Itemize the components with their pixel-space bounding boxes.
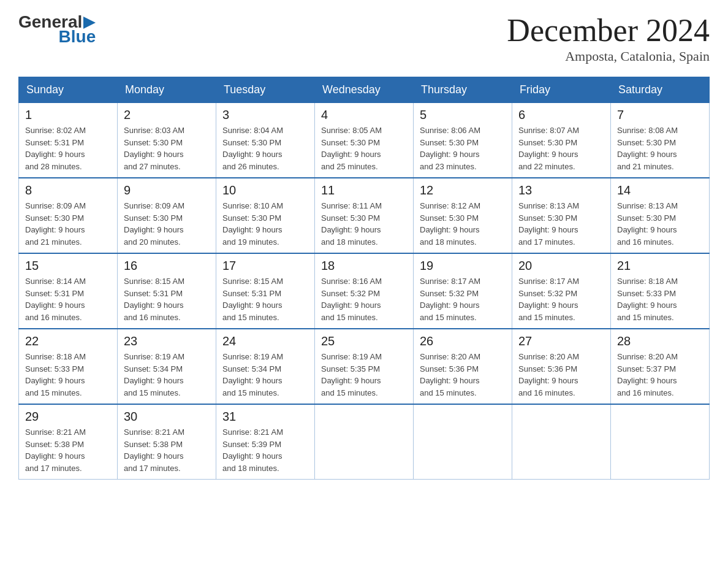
day-info: Sunrise: 8:21 AMSunset: 5:39 PMDaylight:…: [222, 426, 308, 474]
day-info: Sunrise: 8:08 AMSunset: 5:30 PMDaylight:…: [617, 124, 703, 172]
day-number: 6: [518, 108, 604, 122]
day-info: Sunrise: 8:04 AMSunset: 5:30 PMDaylight:…: [222, 124, 308, 172]
day-info: Sunrise: 8:21 AMSunset: 5:38 PMDaylight:…: [124, 426, 210, 474]
table-row: 19Sunrise: 8:17 AMSunset: 5:32 PMDayligh…: [414, 253, 512, 329]
title-area: December 2024 Amposta, Catalonia, Spain: [507, 12, 710, 64]
day-number: 26: [420, 334, 506, 348]
day-number: 11: [321, 183, 407, 197]
day-number: 19: [420, 259, 506, 273]
col-saturday: Saturday: [611, 77, 710, 103]
day-number: 14: [617, 183, 703, 197]
table-row: 1Sunrise: 8:02 AMSunset: 5:31 PMDaylight…: [19, 103, 118, 178]
table-row: [512, 404, 611, 480]
day-info: Sunrise: 8:20 AMSunset: 5:36 PMDaylight:…: [420, 351, 506, 399]
table-row: 15Sunrise: 8:14 AMSunset: 5:31 PMDayligh…: [19, 253, 118, 329]
col-monday: Monday: [118, 77, 216, 103]
day-info: Sunrise: 8:09 AMSunset: 5:30 PMDaylight:…: [124, 200, 210, 248]
day-info: Sunrise: 8:02 AMSunset: 5:31 PMDaylight:…: [25, 124, 111, 172]
location-subtitle: Amposta, Catalonia, Spain: [507, 48, 710, 64]
day-info: Sunrise: 8:10 AMSunset: 5:30 PMDaylight:…: [222, 200, 308, 248]
calendar-week-row: 8Sunrise: 8:09 AMSunset: 5:30 PMDaylight…: [19, 178, 710, 253]
col-thursday: Thursday: [414, 77, 512, 103]
day-info: Sunrise: 8:05 AMSunset: 5:30 PMDaylight:…: [321, 124, 407, 172]
day-info: Sunrise: 8:14 AMSunset: 5:31 PMDaylight:…: [25, 275, 111, 323]
table-row: 5Sunrise: 8:06 AMSunset: 5:30 PMDaylight…: [414, 103, 512, 178]
table-row: 7Sunrise: 8:08 AMSunset: 5:30 PMDaylight…: [611, 103, 710, 178]
day-number: 3: [222, 108, 308, 122]
day-number: 27: [518, 334, 604, 348]
day-number: 7: [617, 108, 703, 122]
table-row: 28Sunrise: 8:20 AMSunset: 5:37 PMDayligh…: [611, 329, 710, 404]
day-number: 4: [321, 108, 407, 122]
calendar-week-row: 15Sunrise: 8:14 AMSunset: 5:31 PMDayligh…: [19, 253, 710, 329]
day-number: 24: [222, 334, 308, 348]
table-row: 22Sunrise: 8:18 AMSunset: 5:33 PMDayligh…: [19, 329, 118, 404]
day-number: 31: [222, 410, 308, 424]
col-friday: Friday: [512, 77, 611, 103]
calendar-table: Sunday Monday Tuesday Wednesday Thursday…: [18, 77, 710, 480]
day-info: Sunrise: 8:15 AMSunset: 5:31 PMDaylight:…: [124, 275, 210, 323]
day-info: Sunrise: 8:03 AMSunset: 5:30 PMDaylight:…: [124, 124, 210, 172]
table-row: 3Sunrise: 8:04 AMSunset: 5:30 PMDaylight…: [216, 103, 315, 178]
table-row: 31Sunrise: 8:21 AMSunset: 5:39 PMDayligh…: [216, 404, 315, 480]
table-row: 18Sunrise: 8:16 AMSunset: 5:32 PMDayligh…: [315, 253, 414, 329]
day-info: Sunrise: 8:21 AMSunset: 5:38 PMDaylight:…: [25, 426, 111, 474]
day-number: 30: [124, 410, 210, 424]
table-row: 11Sunrise: 8:11 AMSunset: 5:30 PMDayligh…: [315, 178, 414, 253]
day-info: Sunrise: 8:12 AMSunset: 5:30 PMDaylight:…: [420, 200, 506, 248]
table-row: 29Sunrise: 8:21 AMSunset: 5:38 PMDayligh…: [19, 404, 118, 480]
table-row: 16Sunrise: 8:15 AMSunset: 5:31 PMDayligh…: [118, 253, 216, 329]
page-header: General Blue December 2024 Amposta, Cata…: [18, 12, 710, 64]
day-number: 16: [124, 259, 210, 273]
logo: General Blue: [18, 12, 96, 47]
table-row: 27Sunrise: 8:20 AMSunset: 5:36 PMDayligh…: [512, 329, 611, 404]
col-sunday: Sunday: [19, 77, 118, 103]
table-row: 2Sunrise: 8:03 AMSunset: 5:30 PMDaylight…: [118, 103, 216, 178]
day-number: 12: [420, 183, 506, 197]
day-number: 10: [222, 183, 308, 197]
day-info: Sunrise: 8:17 AMSunset: 5:32 PMDaylight:…: [518, 275, 604, 323]
day-number: 13: [518, 183, 604, 197]
table-row: [414, 404, 512, 480]
day-info: Sunrise: 8:19 AMSunset: 5:35 PMDaylight:…: [321, 351, 407, 399]
table-row: 26Sunrise: 8:20 AMSunset: 5:36 PMDayligh…: [414, 329, 512, 404]
table-row: 8Sunrise: 8:09 AMSunset: 5:30 PMDaylight…: [19, 178, 118, 253]
table-row: [315, 404, 414, 480]
day-info: Sunrise: 8:11 AMSunset: 5:30 PMDaylight:…: [321, 200, 407, 248]
table-row: 17Sunrise: 8:15 AMSunset: 5:31 PMDayligh…: [216, 253, 315, 329]
col-wednesday: Wednesday: [315, 77, 414, 103]
table-row: 10Sunrise: 8:10 AMSunset: 5:30 PMDayligh…: [216, 178, 315, 253]
calendar-week-row: 1Sunrise: 8:02 AMSunset: 5:31 PMDaylight…: [19, 103, 710, 178]
table-row: [611, 404, 710, 480]
day-number: 28: [617, 334, 703, 348]
day-info: Sunrise: 8:20 AMSunset: 5:37 PMDaylight:…: [617, 351, 703, 399]
day-number: 20: [518, 259, 604, 273]
table-row: 21Sunrise: 8:18 AMSunset: 5:33 PMDayligh…: [611, 253, 710, 329]
day-info: Sunrise: 8:20 AMSunset: 5:36 PMDaylight:…: [518, 351, 604, 399]
day-number: 21: [617, 259, 703, 273]
table-row: 24Sunrise: 8:19 AMSunset: 5:34 PMDayligh…: [216, 329, 315, 404]
day-info: Sunrise: 8:16 AMSunset: 5:32 PMDaylight:…: [321, 275, 407, 323]
logo-blue-text: Blue: [59, 27, 96, 47]
day-number: 2: [124, 108, 210, 122]
calendar-week-row: 29Sunrise: 8:21 AMSunset: 5:38 PMDayligh…: [19, 404, 710, 480]
table-row: 13Sunrise: 8:13 AMSunset: 5:30 PMDayligh…: [512, 178, 611, 253]
table-row: 23Sunrise: 8:19 AMSunset: 5:34 PMDayligh…: [118, 329, 216, 404]
table-row: 20Sunrise: 8:17 AMSunset: 5:32 PMDayligh…: [512, 253, 611, 329]
day-info: Sunrise: 8:17 AMSunset: 5:32 PMDaylight:…: [420, 275, 506, 323]
table-row: 30Sunrise: 8:21 AMSunset: 5:38 PMDayligh…: [118, 404, 216, 480]
day-number: 15: [25, 259, 111, 273]
day-number: 23: [124, 334, 210, 348]
month-year-title: December 2024: [507, 12, 710, 48]
day-info: Sunrise: 8:13 AMSunset: 5:30 PMDaylight:…: [617, 200, 703, 248]
col-tuesday: Tuesday: [216, 77, 315, 103]
day-info: Sunrise: 8:06 AMSunset: 5:30 PMDaylight:…: [420, 124, 506, 172]
day-info: Sunrise: 8:09 AMSunset: 5:30 PMDaylight:…: [25, 200, 111, 248]
day-info: Sunrise: 8:13 AMSunset: 5:30 PMDaylight:…: [518, 200, 604, 248]
day-number: 17: [222, 259, 308, 273]
day-number: 25: [321, 334, 407, 348]
day-number: 22: [25, 334, 111, 348]
day-number: 9: [124, 183, 210, 197]
calendar-header-row: Sunday Monday Tuesday Wednesday Thursday…: [19, 77, 710, 103]
day-number: 5: [420, 108, 506, 122]
